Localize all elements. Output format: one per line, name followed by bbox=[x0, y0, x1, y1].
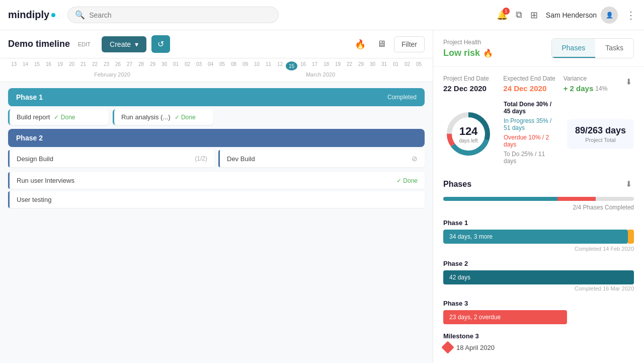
grid-icon[interactable]: ⊞ bbox=[530, 10, 538, 21]
phase2-bar: 42 days bbox=[443, 270, 634, 284]
date-cell: 10 bbox=[251, 61, 263, 70]
timeline-panel: Demo timeline EDIT Create ▾ ↺ 🔥 🖥 Filter… bbox=[0, 30, 433, 363]
phase2-completed-date: Completed 16 Mar 2020 bbox=[443, 285, 634, 292]
phase1-accent bbox=[628, 230, 634, 244]
user-info[interactable]: Sam Henderson 👤 bbox=[546, 7, 618, 24]
list-item[interactable]: Design Build (1/2) bbox=[8, 150, 214, 167]
stats-legend: Total Done 30% / 45 days In Progress 35%… bbox=[504, 101, 557, 167]
milestone-date: 18 April 2020 bbox=[456, 344, 495, 351]
tab-phases[interactable]: Phases bbox=[552, 39, 596, 58]
expected-end-value: 24 Dec 2020 bbox=[503, 84, 563, 93]
user-name: Sam Henderson bbox=[546, 11, 597, 19]
phase1-status: Completed bbox=[387, 94, 417, 101]
date-cell: 13 bbox=[8, 61, 20, 70]
progress-teal bbox=[443, 197, 557, 201]
refresh-button[interactable]: ↺ bbox=[151, 35, 170, 53]
edit-button[interactable]: EDIT bbox=[78, 41, 91, 47]
date-cell: 02 bbox=[182, 61, 193, 70]
expected-end-label: Expected End Date bbox=[503, 75, 563, 82]
date-cell: 17 bbox=[309, 61, 320, 70]
donut-center: 124 days left bbox=[459, 125, 477, 143]
phases-progress-bar bbox=[443, 197, 634, 201]
milestone-item-3: Milestone 3 18 April 2020 bbox=[443, 332, 634, 354]
date-cell: 23 bbox=[101, 61, 112, 70]
phases-section: Phases ⬇ 2/4 Phases Completed Phase 1 34… bbox=[443, 177, 634, 363]
diamond-icon bbox=[441, 341, 454, 353]
phase1-row[interactable]: Phase 1 Completed bbox=[8, 88, 425, 106]
nav-right: 🔔 1 ⧉ ⊞ Sam Henderson 👤 ⋮ bbox=[497, 7, 636, 24]
notification-badge: 1 bbox=[503, 8, 510, 15]
date-cell: 19 bbox=[332, 61, 344, 70]
donut-chart: 124 days left bbox=[443, 109, 494, 159]
monitor-icon[interactable]: 🖥 bbox=[374, 36, 389, 52]
download-button[interactable]: ⬇ bbox=[623, 75, 634, 89]
march-label: March 2020 bbox=[216, 71, 425, 78]
list-item[interactable]: Run user Interviews ✓ Done bbox=[8, 172, 425, 189]
date-cell: 11 bbox=[263, 61, 274, 70]
list-item[interactable]: Run analysis (...) ✓ Done bbox=[113, 109, 213, 125]
notification-icon[interactable]: 🔔 1 bbox=[497, 10, 508, 21]
date-cell: 15 bbox=[31, 61, 43, 70]
health-label: Project Health bbox=[443, 39, 493, 46]
expected-end-date-info: Expected End Date 24 Dec 2020 bbox=[503, 75, 563, 93]
flame-icon[interactable]: 🔥 bbox=[352, 36, 369, 53]
topnav: mindiply 🔍 🔔 1 ⧉ ⊞ Sam Henderson 👤 ⋮ bbox=[0, 0, 644, 30]
search-input[interactable] bbox=[89, 11, 271, 19]
date-cell: 16 bbox=[43, 61, 54, 70]
date-cell: 30 bbox=[158, 61, 170, 70]
copy-icon[interactable]: ⧉ bbox=[516, 10, 522, 20]
task-name: User testing bbox=[17, 196, 418, 203]
right-content: Project End Date 22 Dec 2020 Expected En… bbox=[433, 67, 644, 363]
create-button[interactable]: Create ▾ bbox=[102, 36, 146, 52]
stat-inprogress: In Progress 35% / 51 days bbox=[504, 117, 557, 131]
link-icon: ⊘ bbox=[412, 155, 418, 163]
task-name: Design Build bbox=[17, 155, 190, 163]
days-left-label: days left bbox=[459, 138, 477, 143]
toolbar: Demo timeline EDIT Create ▾ ↺ 🔥 🖥 Filter bbox=[0, 30, 433, 58]
date-cell: 21 bbox=[77, 61, 89, 70]
date-cell: 08 bbox=[228, 61, 239, 70]
phase2-row[interactable]: Phase 2 bbox=[8, 129, 425, 147]
project-total-box: 89/263 days Project Total bbox=[567, 119, 634, 149]
variance-label: Variance bbox=[564, 75, 623, 82]
filter-button[interactable]: Filter bbox=[394, 36, 425, 52]
phase1-label: Phase 1 bbox=[16, 93, 43, 101]
done-icon: ✓ Done bbox=[396, 177, 418, 184]
date-cell: 18 bbox=[320, 61, 332, 70]
date-cell: 04 bbox=[205, 61, 216, 70]
date-cell: 29 bbox=[355, 61, 367, 70]
phases-completed-label: 2/4 Phases Completed bbox=[443, 204, 634, 211]
date-cell: 05 bbox=[216, 61, 228, 70]
stat-todo: To Do 25% / 11 days bbox=[504, 151, 557, 165]
tab-tasks[interactable]: Tasks bbox=[595, 39, 633, 58]
date-cell: 28 bbox=[135, 61, 147, 70]
right-header: Project Health Low risk 🔥 Phases Tasks bbox=[433, 30, 644, 67]
phase2-tasks: Design Build (1/2) Dev Build ⊘ Run user … bbox=[8, 150, 425, 208]
risk-row: Low risk 🔥 bbox=[443, 48, 493, 58]
date-numbers-row: 13 14 15 16 19 20 21 22 23 26 27 28 29 3… bbox=[0, 61, 433, 70]
list-item[interactable]: Build report ✓ Done bbox=[8, 109, 109, 125]
date-cell: 09 bbox=[239, 61, 251, 70]
date-cell: 14 bbox=[20, 61, 31, 70]
panel-tabs-header: Phases Tasks bbox=[551, 38, 634, 58]
search-box[interactable]: 🔍 bbox=[67, 7, 279, 23]
more-options-icon[interactable]: ⋮ bbox=[626, 9, 636, 21]
date-cell: 22 bbox=[344, 61, 355, 70]
date-cell: 20 bbox=[66, 61, 77, 70]
phases-download-button[interactable]: ⬇ bbox=[623, 177, 634, 191]
task-name: Run analysis (...) bbox=[121, 113, 171, 121]
date-cell: 01 bbox=[170, 61, 182, 70]
date-cell: 19 bbox=[54, 61, 66, 70]
stat-total: Total Done 30% / 45 days bbox=[504, 101, 557, 115]
list-item[interactable]: User testing bbox=[8, 191, 425, 208]
phase3-bar: 23 days, 2 overdue bbox=[443, 310, 567, 324]
date-cell: 30 bbox=[367, 61, 378, 70]
variance-pct: 14% bbox=[595, 85, 607, 92]
task-name: Run user Interviews bbox=[17, 177, 391, 184]
project-total-label: Project Total bbox=[575, 137, 626, 143]
main-layout: Demo timeline EDIT Create ▾ ↺ 🔥 🖥 Filter… bbox=[0, 30, 644, 363]
list-item[interactable]: Dev Build ⊘ bbox=[218, 150, 425, 167]
task-name: Dev Build bbox=[227, 155, 407, 163]
milestone-diamond: 18 April 2020 bbox=[443, 343, 495, 352]
project-total-value: 89/263 days bbox=[575, 125, 626, 136]
